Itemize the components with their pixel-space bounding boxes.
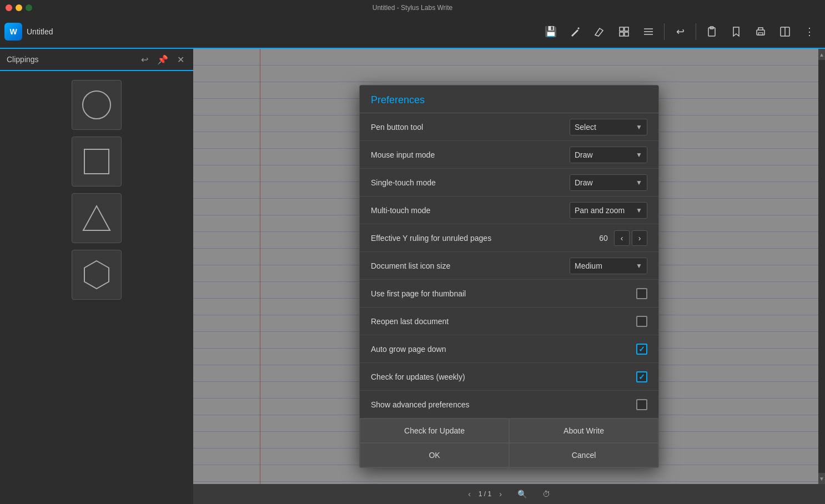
prefs-control-reopen-last-document (636, 316, 647, 327)
title-bar: Untitled - Stylus Labs Write (0, 0, 825, 16)
svg-rect-14 (84, 149, 109, 174)
prefs-control-effective-y-ruling: 60 ‹ › (595, 230, 647, 246)
print-button[interactable] (749, 21, 772, 43)
prefs-label-mouse-input-mode: Mouse input mode (371, 150, 570, 159)
prefs-select-pen-button-tool-value: Select (575, 123, 596, 132)
prefs-label-use-first-page: Use first page for thumbnail (371, 289, 636, 298)
grid-button[interactable] (613, 21, 635, 43)
prefs-label-effective-y-ruling: Effective Y ruling for unruled pages (371, 234, 595, 243)
prefs-select-pen-button-tool[interactable]: Select ▼ (570, 119, 647, 135)
page-next-button[interactable]: › (496, 488, 505, 500)
prefs-checkbox-reopen-last-document[interactable] (636, 316, 647, 327)
sidebar-close-button[interactable]: ✕ (175, 53, 187, 66)
prefs-title: Preferences (371, 94, 425, 105)
shape-triangle[interactable] (72, 193, 122, 243)
svg-rect-10 (758, 33, 763, 35)
sidebar-actions: ↩ 📌 ✕ (139, 53, 187, 66)
minimize-button[interactable] (16, 4, 22, 11)
preferences-dialog: Preferences Pen button tool Select ▼ (359, 85, 659, 468)
prefs-control-single-touch-mode: Draw ▼ (570, 174, 647, 191)
prefs-control-auto-grow-page-down (636, 344, 647, 355)
prefs-stepper-value: 60 (595, 234, 612, 243)
prefs-select-mouse-input-mode[interactable]: Draw ▼ (570, 147, 647, 163)
page-number: 1 / 1 (479, 490, 491, 498)
prefs-control-document-list-icon-size: Medium ▼ (570, 258, 647, 274)
prefs-row-document-list-icon-size: Document list icon size Medium ▼ (360, 252, 658, 280)
sidebar: Clippings ↩ 📌 ✕ (0, 49, 193, 504)
prefs-label-show-advanced: Show advanced preferences (371, 400, 636, 409)
sidebar-pin-button[interactable]: 📌 (155, 53, 170, 66)
content-area: ▲ ▼ Preferences Pen button tool (193, 49, 825, 504)
window-title: Untitled - Stylus Labs Write (373, 4, 453, 12)
page-prev-button[interactable]: ‹ (465, 488, 474, 500)
prefs-select-single-touch-mode[interactable]: Draw ▼ (570, 174, 647, 191)
stepper-next-button[interactable]: › (632, 230, 647, 246)
prefs-row-single-touch-mode: Single-touch mode Draw ▼ (360, 169, 658, 196)
prefs-control-show-advanced (636, 399, 647, 410)
chevron-down-icon: ▼ (636, 151, 642, 159)
prefs-label-auto-grow-page-down: Auto grow page down (371, 345, 636, 354)
prefs-header: Preferences (360, 85, 658, 113)
layout-button[interactable] (637, 21, 660, 43)
prefs-row-check-for-updates: Check for updates (weekly) (360, 363, 658, 391)
close-button[interactable] (6, 4, 12, 11)
sidebar-undo-button[interactable]: ↩ (139, 53, 150, 66)
shape-circle[interactable] (72, 80, 122, 130)
prefs-select-mouse-input-mode-value: Draw (575, 150, 593, 159)
svg-rect-3 (625, 32, 628, 36)
more-button[interactable]: ⋮ (798, 21, 821, 43)
bookmark-button[interactable] (725, 21, 747, 43)
stepper-prev-button[interactable]: ‹ (614, 230, 630, 246)
check-for-update-button[interactable]: Check for Update (360, 419, 509, 443)
prefs-stepper-effective-y-ruling: 60 ‹ › (595, 230, 647, 246)
prefs-row-reopen-last-document: Reopen last document (360, 308, 658, 335)
svg-marker-15 (83, 206, 110, 230)
prefs-select-document-list-icon-size-value: Medium (575, 261, 602, 270)
prefs-checkbox-use-first-page[interactable] (636, 288, 647, 299)
svg-rect-0 (620, 27, 623, 31)
toolbar-buttons: 💾 ↩ (540, 21, 821, 43)
chevron-down-icon: ▼ (636, 179, 642, 187)
prefs-select-multi-touch-mode-value: Pan and zoom (575, 206, 625, 215)
prefs-label-multi-touch-mode: Multi-touch mode (371, 206, 570, 215)
prefs-select-multi-touch-mode[interactable]: Pan and zoom ▼ (570, 202, 647, 219)
app-title: Untitled (27, 27, 540, 36)
eraser-button[interactable] (588, 21, 611, 43)
clock-button[interactable]: ⏱ (539, 488, 554, 500)
prefs-checkbox-check-for-updates[interactable] (636, 371, 647, 382)
split-button[interactable] (774, 21, 796, 43)
pen-button[interactable] (564, 21, 586, 43)
prefs-checkbox-show-advanced[interactable] (636, 399, 647, 410)
shape-hexagon[interactable] (72, 250, 122, 300)
cancel-button[interactable]: Cancel (509, 443, 658, 467)
shape-square[interactable] (72, 137, 122, 187)
prefs-label-single-touch-mode: Single-touch mode (371, 178, 570, 187)
traffic-lights (0, 4, 32, 11)
about-write-button[interactable]: About Write (509, 419, 658, 443)
main-layout: Clippings ↩ 📌 ✕ (0, 49, 825, 504)
prefs-footer: Check for Update About Write OK Cancel (360, 419, 658, 467)
undo-button[interactable]: ↩ (669, 21, 691, 43)
prefs-select-document-list-icon-size[interactable]: Medium ▼ (570, 258, 647, 274)
prefs-row-mouse-input-mode: Mouse input mode Draw ▼ (360, 141, 658, 169)
toolbar-separator-1 (664, 23, 665, 40)
prefs-row-pen-button-tool: Pen button tool Select ▼ (360, 113, 658, 141)
prefs-row-effective-y-ruling: Effective Y ruling for unruled pages 60 … (360, 224, 658, 252)
svg-marker-16 (84, 261, 109, 289)
sidebar-header: Clippings ↩ 📌 ✕ (0, 49, 193, 71)
prefs-checkbox-auto-grow-page-down[interactable] (636, 344, 647, 355)
clipboard-button[interactable] (701, 21, 723, 43)
maximize-button[interactable] (26, 4, 32, 11)
prefs-row-auto-grow-page-down: Auto grow page down (360, 335, 658, 363)
svg-rect-1 (625, 27, 628, 31)
prefs-footer-row-1: Check for Update About Write (360, 419, 658, 443)
svg-rect-2 (620, 32, 623, 36)
prefs-footer-row-2: OK Cancel (360, 443, 658, 467)
chevron-down-icon: ▼ (636, 262, 642, 270)
save-button[interactable]: 💾 (540, 21, 562, 43)
zoom-button[interactable]: 🔍 (514, 488, 530, 500)
page-nav: ‹ 1 / 1 › 🔍 ⏱ (193, 484, 825, 504)
chevron-down-icon: ▼ (636, 206, 642, 214)
ok-button[interactable]: OK (360, 443, 509, 467)
prefs-control-pen-button-tool: Select ▼ (570, 119, 647, 135)
